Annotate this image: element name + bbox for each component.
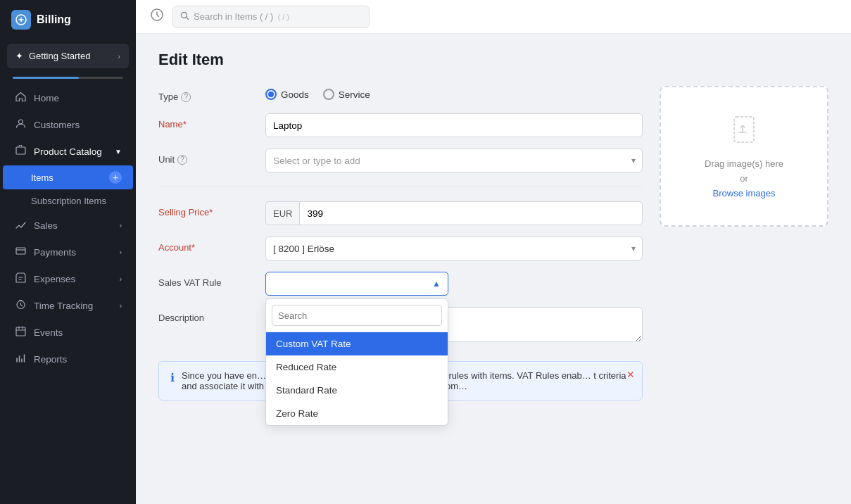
upload-or: or — [740, 173, 748, 184]
unit-select[interactable]: Select or type to add — [265, 149, 643, 172]
type-label: Type ? — [158, 86, 257, 102]
vat-option-standard[interactable]: Standard Rate — [266, 379, 448, 402]
account-control: [ 8200 ] Erlöse ▾ — [265, 237, 643, 260]
unit-placeholder: Select or type to add — [273, 156, 360, 166]
search-text: Search in Items ( / ) — [194, 11, 273, 22]
expenses-chevron-icon: › — [120, 275, 122, 283]
sidebar-label-reports: Reports — [34, 354, 67, 365]
vat-dropdown-wrapper: ▲ Custom VAT Rate Reduced Rate — [265, 272, 643, 296]
unit-label: Unit ? — [158, 149, 257, 165]
sidebar-label-payments: Payments — [34, 247, 76, 258]
sidebar-item-sales[interactable]: Sales › — [3, 213, 133, 238]
main-area: Search in Items ( / ) ( / ) Edit Item Ty… — [136, 0, 851, 504]
vat-option-custom[interactable]: Custom VAT Rate — [266, 332, 448, 355]
sidebar-item-reports[interactable]: Reports — [3, 346, 133, 372]
search-bar[interactable]: Search in Items ( / ) ( / ) — [172, 6, 370, 28]
upload-text: Drag image(s) here — [705, 158, 783, 169]
name-row: Name* — [158, 113, 643, 137]
home-icon — [14, 92, 27, 104]
upload-hand-icon — [729, 114, 759, 151]
unit-help-icon[interactable]: ? — [177, 155, 187, 165]
sidebar-item-expenses[interactable]: Expenses › — [3, 266, 133, 291]
svg-rect-9 — [734, 117, 754, 142]
payments-chevron-icon: › — [120, 248, 122, 256]
app-title: Billing — [37, 13, 71, 26]
name-input[interactable] — [265, 113, 643, 137]
sidebar-label-items: Items — [31, 172, 53, 183]
page-title: Edit Item — [158, 51, 828, 69]
sidebar-label-home: Home — [34, 93, 59, 103]
search-kbd: ( / ) — [277, 13, 289, 21]
form-right: Drag image(s) here or Browse images — [660, 86, 828, 401]
vat-option-reduced[interactable]: Reduced Rate — [266, 355, 448, 379]
type-service-radio[interactable]: Service — [323, 89, 370, 100]
description-label: Description — [158, 307, 257, 323]
sidebar: Billing ✦ Getting Started › Home Custome… — [0, 0, 136, 504]
goods-radio-circle — [265, 89, 277, 100]
vat-search-area — [266, 299, 448, 332]
unit-control: Select or type to add ▾ — [265, 149, 643, 172]
logo-icon — [11, 10, 31, 30]
image-upload-box[interactable]: Drag image(s) here or Browse images — [660, 86, 828, 227]
account-label: Account* — [158, 237, 257, 253]
clock-icon[interactable] — [150, 8, 164, 25]
sidebar-label-product-catalog: Product Catalog — [34, 146, 102, 157]
vat-option-zero[interactable]: Zero Rate — [266, 402, 448, 425]
browse-images-link[interactable]: Browse images — [713, 188, 776, 199]
info-banner-close-button[interactable]: ✕ — [626, 369, 635, 380]
payments-icon — [14, 246, 27, 258]
service-label: Service — [339, 89, 370, 100]
expenses-icon — [14, 272, 27, 285]
sidebar-label-time-tracking: Time Tracking — [34, 301, 93, 311]
sales-icon — [14, 219, 27, 232]
sidebar-item-payments[interactable]: Payments › — [3, 239, 133, 265]
selling-price-label: Selling Price* — [158, 201, 257, 218]
sidebar-item-items[interactable]: Items + — [3, 165, 133, 189]
content-area: Edit Item Type ? Goods — [136, 34, 851, 504]
customers-icon — [14, 118, 27, 131]
info-icon: ℹ — [170, 371, 175, 384]
sidebar-item-time-tracking[interactable]: Time Tracking › — [3, 293, 133, 318]
topbar: Search in Items ( / ) ( / ) — [136, 0, 851, 34]
getting-started-block[interactable]: ✦ Getting Started › — [7, 44, 129, 68]
sidebar-label-sales: Sales — [34, 220, 58, 231]
divider-1 — [158, 187, 643, 187]
sidebar-item-customers[interactable]: Customers — [3, 112, 133, 137]
add-item-button[interactable]: + — [109, 171, 122, 184]
search-icon — [180, 11, 189, 23]
sidebar-label-events: Events — [34, 327, 63, 338]
svg-rect-2 — [16, 147, 25, 154]
type-help-icon[interactable]: ? — [181, 92, 191, 102]
sidebar-item-events[interactable]: Events — [3, 320, 133, 345]
account-row: Account* [ 8200 ] Erlöse ▾ — [158, 237, 643, 260]
account-select[interactable]: [ 8200 ] Erlöse — [265, 237, 643, 260]
time-tracking-chevron-icon: › — [120, 302, 122, 310]
events-icon — [14, 326, 27, 339]
svg-point-1 — [18, 120, 23, 124]
time-tracking-icon — [14, 299, 27, 312]
chevron-right-icon: › — [118, 52, 120, 61]
product-catalog-icon — [14, 145, 27, 158]
type-goods-radio[interactable]: Goods — [265, 89, 309, 100]
star-icon: ✦ — [15, 51, 23, 61]
form-left: Type ? Goods Service — [158, 86, 643, 401]
sidebar-item-home[interactable]: Home — [3, 85, 133, 111]
edit-item-form: Type ? Goods Service — [158, 86, 828, 401]
svg-point-8 — [182, 12, 187, 18]
selling-price-control: EUR — [265, 201, 643, 225]
app-logo: Billing — [0, 0, 136, 39]
reports-icon — [14, 353, 27, 365]
svg-rect-3 — [16, 248, 25, 254]
sidebar-item-subscription-items[interactable]: Subscription Items — [0, 190, 136, 212]
getting-started-label: Getting Started — [29, 51, 90, 61]
vat-rule-trigger[interactable]: ▲ — [265, 272, 448, 296]
chevron-down-icon: ▼ — [115, 148, 122, 156]
sidebar-item-product-catalog[interactable]: Product Catalog ▼ — [3, 139, 133, 164]
service-radio-circle — [323, 89, 334, 100]
sales-vat-rule-control: ▲ Custom VAT Rate Reduced Rate — [265, 272, 643, 296]
selling-price-input[interactable] — [299, 201, 643, 225]
sales-vat-rule-label: Sales VAT Rule — [158, 272, 257, 288]
svg-rect-6 — [16, 327, 25, 336]
vat-search-input[interactable] — [272, 305, 442, 326]
vat-dropdown: Custom VAT Rate Reduced Rate Standard Ra… — [265, 298, 448, 426]
